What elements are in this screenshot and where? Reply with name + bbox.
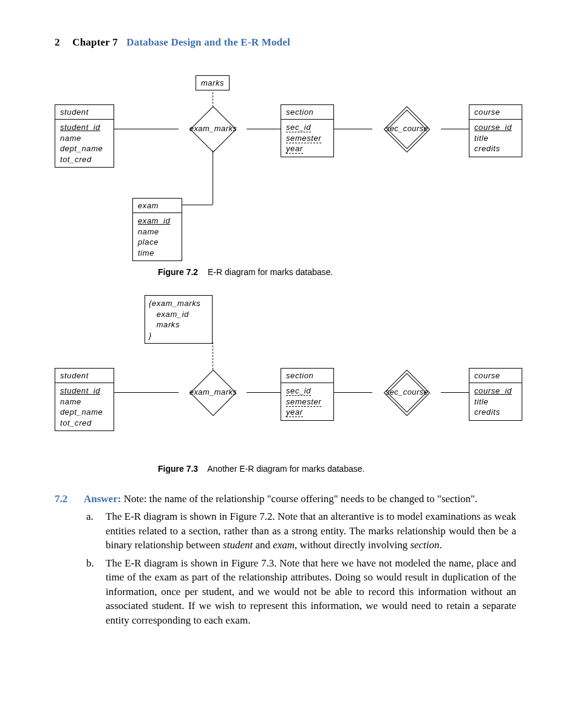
attr-course-id: course_id — [474, 123, 512, 132]
figure-7-3-text: Another E-R diagram for marks database. — [207, 464, 364, 474]
edge-exammarks-exam — [213, 151, 213, 198]
attr-exam-name: name — [138, 226, 177, 237]
answer-item-a-letter: a. — [86, 509, 94, 523]
attr-section-2-semester: semester — [286, 398, 321, 407]
answer-item-a: a. The E-R diagram is shown in Figure 7.… — [106, 509, 516, 552]
edge-exammarks-section-2 — [247, 392, 281, 393]
page-header: 2 Chapter 7 Database Design and the E-R … — [55, 36, 516, 49]
assoc-line-1: exam_id — [149, 309, 208, 320]
attr-course-2-id: course_id — [474, 386, 512, 395]
page: 2 Chapter 7 Database Design and the E-R … — [0, 0, 583, 664]
answer-lead: 7.2 Answer: Note: the name of the relati… — [84, 492, 516, 506]
edge-section-seccourse-2 — [334, 392, 372, 393]
attr-student-2-name: name — [60, 396, 109, 407]
attr-course-2-credits: credits — [474, 407, 517, 418]
attr-student-name: name — [60, 133, 109, 144]
chapter-title: Database Design and the E-R Model — [126, 36, 290, 48]
edge-seccourse-course — [441, 129, 469, 129]
assoc-line-0: {exam_marks — [149, 298, 208, 309]
attr-course-credits: credits — [474, 143, 517, 154]
attr-course-title: title — [474, 133, 517, 144]
edge-student-exammarks — [114, 129, 179, 129]
rel-sec-course-label-2: sec_course — [380, 387, 434, 396]
attr-student-dept: dept_name — [60, 143, 109, 154]
entity-student-title: student — [55, 105, 114, 120]
edge-exam-horizontal — [182, 205, 213, 205]
entity-course: course course_id title credits — [469, 104, 522, 157]
chapter-label: Chapter 7 — [72, 36, 118, 48]
attr-student-id: student_id — [60, 123, 100, 132]
attr-course-2-title: title — [474, 396, 517, 407]
entity-section-2-attrs: sec_id semester year — [281, 383, 333, 420]
assoc-line-3: } — [149, 330, 208, 341]
edge-exam-corner — [213, 198, 213, 205]
rel-sec-course-label: sec_course — [380, 124, 434, 133]
attr-section-2-year: year — [286, 408, 303, 417]
answer-item-b-text: The E-R diagram is shown in Figure 7.3. … — [106, 557, 516, 626]
entity-section-attrs: sec_id semester year — [281, 120, 333, 157]
edge-section-seccourse — [334, 129, 372, 129]
entity-student-2-title: student — [55, 369, 114, 383]
assoc-exam-marks-multi: {exam_marks exam_id marks } — [145, 295, 213, 344]
attr-section-secid: sec_id — [286, 123, 311, 132]
figure-7-3: {exam_marks exam_id marks } student stud… — [55, 295, 516, 459]
answer-block: 7.2 Answer: Note: the name of the relati… — [55, 492, 516, 627]
entity-student-2-attrs: student_id name dept_name tot_cred — [55, 383, 114, 430]
edge-seccourse-course-2 — [441, 392, 469, 393]
page-number: 2 — [55, 36, 60, 48]
figure-7-2-text: E-R diagram for marks database. — [208, 267, 333, 277]
entity-exam: exam exam_id name place time — [132, 198, 182, 261]
entity-student-2: student student_id name dept_name tot_cr… — [55, 368, 114, 431]
attr-student-2-id: student_id — [60, 386, 100, 395]
entity-section-2: section sec_id semester year — [281, 368, 334, 421]
entity-section-title: section — [281, 105, 333, 120]
edge-student-exammarks-2 — [114, 392, 179, 393]
attr-section-semester: semester — [286, 134, 321, 143]
entity-course-title: course — [469, 105, 522, 120]
answer-item-a-text: The E-R diagram is shown in Figure 7.2. … — [106, 511, 516, 551]
attr-student-2-totcred: tot_cred — [60, 418, 109, 429]
figure-7-3-caption: Figure 7.3 Another E-R diagram for marks… — [158, 464, 516, 474]
figure-7-2-label: Figure 7.2 — [158, 267, 198, 277]
attr-section-year: year — [286, 145, 303, 154]
attr-exam-id: exam_id — [138, 216, 170, 225]
entity-student-attrs: student_id name dept_name tot_cred — [55, 120, 114, 167]
answer-item-b: b. The E-R diagram is shown in Figure 7.… — [106, 556, 516, 627]
entity-student: student student_id name dept_name tot_cr… — [55, 104, 114, 168]
entity-course-2-attrs: course_id title credits — [469, 383, 522, 420]
entity-course-2-title: course — [469, 369, 522, 383]
answer-qnum: 7.2 — [55, 492, 67, 506]
attr-student-totcred: tot_cred — [60, 154, 109, 165]
entity-course-2: course course_id title credits — [469, 368, 522, 421]
attr-student-2-dept: dept_name — [60, 407, 109, 418]
figure-7-3-label: Figure 7.3 — [158, 464, 198, 474]
figure-7-2-caption: Figure 7.2 E-R diagram for marks databas… — [158, 267, 516, 277]
entity-exam-title: exam — [133, 199, 182, 213]
figure-7-2: marks student student_id name dept_name … — [55, 75, 516, 264]
rel-exam-marks-label-2: exam_marks — [187, 387, 239, 396]
rel-exam-marks-label: exam_marks — [187, 124, 239, 133]
assoc-marks: marks — [196, 75, 230, 90]
answer-lead-text: Note: the name of the relationship "cour… — [124, 493, 478, 505]
entity-exam-attrs: exam_id name place time — [133, 213, 182, 260]
entity-course-attrs: course_id title credits — [469, 120, 522, 157]
answer-label: Answer: — [84, 493, 121, 505]
assoc-line-2: marks — [149, 319, 208, 330]
entity-section: section sec_id semester year — [281, 104, 334, 157]
assoc-exam-marks-attrs: {exam_marks exam_id marks } — [145, 296, 212, 343]
attr-exam-time: time — [138, 248, 177, 259]
entity-section-2-title: section — [281, 369, 333, 383]
edge-exammarks-section — [247, 129, 281, 129]
attr-section-2-secid: sec_id — [286, 387, 311, 396]
attr-exam-place: place — [138, 237, 177, 248]
answer-item-b-letter: b. — [86, 556, 94, 570]
